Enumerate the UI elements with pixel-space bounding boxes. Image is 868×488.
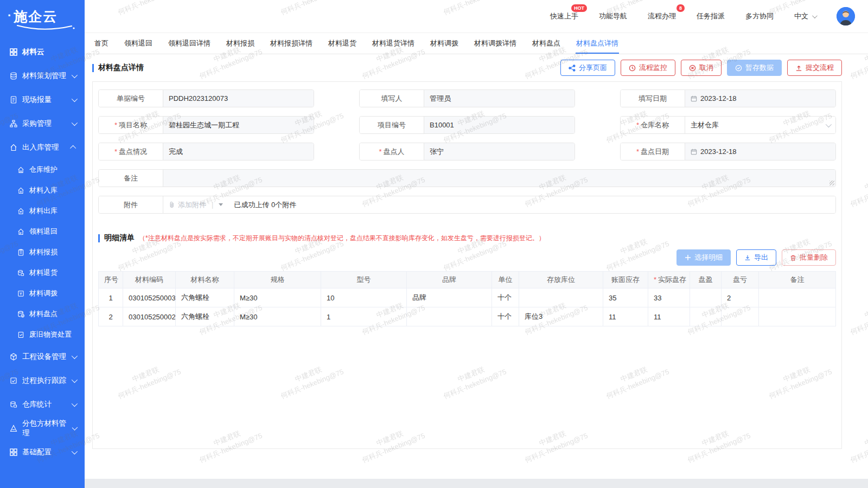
chevron-down-icon bbox=[72, 401, 78, 407]
export-button[interactable]: 导出 bbox=[736, 249, 776, 266]
sidebar-item-inbound-outbound[interactable]: 出入库管理 bbox=[0, 136, 85, 159]
tab-material-return-detail[interactable]: 材料退货详情 bbox=[372, 34, 415, 54]
sidebar-item-process-tracking[interactable]: 过程执行跟踪 bbox=[0, 369, 85, 393]
sidebar-item-site-measurement[interactable]: 现场报量 bbox=[0, 88, 85, 112]
form-row: 备注 bbox=[98, 169, 836, 187]
upload-icon bbox=[795, 65, 802, 72]
tab-picking-return-detail[interactable]: 领料退回详情 bbox=[168, 34, 211, 54]
language-label: 中文 bbox=[794, 11, 808, 21]
sidebar-item-material-stocktake[interactable]: 材料盘点 bbox=[0, 304, 85, 324]
calendar-icon bbox=[691, 149, 697, 155]
cancel-button[interactable]: 取消 bbox=[681, 60, 722, 76]
tab-material-transfer[interactable]: 材料调拨 bbox=[430, 34, 459, 54]
field-filler: 填写人 管理员 bbox=[359, 89, 575, 107]
table-row[interactable]: 1 030105250003 六角螺栓 M≥30 10 品牌 十个 35 33 … bbox=[99, 288, 836, 307]
sidebar-item-material-inbound[interactable]: 材料入库 bbox=[0, 180, 85, 201]
select-detail-button[interactable]: 选择明细 bbox=[676, 249, 731, 266]
tab-material-stocktake[interactable]: 材料盘点 bbox=[532, 34, 561, 54]
col-material-name: 材料名称 bbox=[176, 272, 234, 288]
detail-list-title: 明细清单 bbox=[104, 233, 135, 243]
warehouse-in-icon bbox=[17, 187, 24, 194]
field-label: 仓库名称 bbox=[621, 117, 685, 133]
sidebar-item-label: 分包方材料管理 bbox=[22, 419, 67, 438]
remark-textarea[interactable] bbox=[163, 170, 835, 187]
sidebar-item-basic-config[interactable]: 基础配置 bbox=[0, 440, 85, 464]
project-name-input[interactable]: 碧桂园生态城一期工程 bbox=[163, 117, 314, 133]
sidebar-item-label: 材料云 bbox=[22, 47, 44, 57]
tab-material-stocktake-detail[interactable]: 材料盘点详情 bbox=[576, 34, 619, 54]
form-row: 单据编号 PDDH2023120073 填写人 管理员 填写日期 2023-12… bbox=[98, 89, 836, 107]
sidebar-item-label: 材料报损 bbox=[29, 247, 58, 257]
cell-surplus bbox=[690, 288, 722, 307]
sidebar-item-procurement[interactable]: 采购管理 bbox=[0, 112, 85, 136]
col-shortage: 盘亏 bbox=[722, 272, 759, 288]
button-label: 取消 bbox=[699, 63, 713, 73]
sidebar-item-warehouse-maintenance[interactable]: 仓库维护 bbox=[0, 159, 85, 180]
batch-delete-button[interactable]: 批量删除 bbox=[782, 249, 836, 266]
tab-material-transfer-detail[interactable]: 材料调拨详情 bbox=[474, 34, 517, 54]
share-page-button[interactable]: 分享页面 bbox=[560, 60, 615, 76]
filler-input[interactable]: 管理员 bbox=[424, 90, 575, 107]
tab-material-return[interactable]: 材料退货 bbox=[328, 34, 357, 54]
sidebar-item-label: 现场报量 bbox=[22, 95, 52, 105]
resize-handle[interactable] bbox=[829, 181, 834, 185]
project-code-input[interactable]: B10001 bbox=[424, 117, 575, 133]
tab-home[interactable]: 首页 bbox=[94, 34, 109, 54]
cell-actual-stock: 33 bbox=[648, 288, 690, 307]
title-row: 材料盘点详情 分享页面 流程监控 取消 bbox=[92, 54, 842, 81]
sidebar-menu: 材料云 材料策划管理 现场报量 采购管理 bbox=[0, 40, 85, 488]
main-area: 快速上手 HOT 功能导航 流程办理 8 任务指派 多方协同 中文 bbox=[85, 0, 868, 488]
warehouse-select[interactable]: 主材仓库 bbox=[685, 117, 835, 133]
nav-feature-guide[interactable]: 功能导航 bbox=[599, 11, 627, 21]
sidebar-item-material-outbound[interactable]: 材料出库 bbox=[0, 201, 85, 221]
stocktake-status-input[interactable]: 完成 bbox=[163, 143, 314, 160]
cell-material-name: 六角螺栓 bbox=[176, 288, 234, 307]
sidebar-item-picking-return[interactable]: 领料退回 bbox=[0, 221, 85, 242]
sidebar-item-waste-disposal[interactable]: 废旧物资处置 bbox=[0, 324, 85, 345]
field-value-text: 2023-12-18 bbox=[700, 94, 737, 102]
transfer-doc-icon bbox=[17, 290, 24, 297]
fill-date-input[interactable]: 2023-12-18 bbox=[685, 90, 835, 107]
nav-quick-start[interactable]: 快速上手 HOT bbox=[550, 11, 578, 21]
field-value-text: 2023-12-18 bbox=[700, 147, 737, 156]
warehouse-icon bbox=[17, 166, 24, 174]
language-selector[interactable]: 中文 bbox=[794, 11, 816, 21]
stocktake-date-input[interactable]: 2023-12-18 bbox=[685, 143, 835, 160]
tab-material-damage-detail[interactable]: 材料报损详情 bbox=[270, 34, 313, 54]
sidebar-item-subcontractor-material[interactable]: 分包方材料管理 bbox=[0, 416, 85, 440]
database-icon bbox=[17, 269, 24, 277]
sidebar-item-material-transfer[interactable]: 材料调拨 bbox=[0, 283, 85, 304]
stocktake-person-input[interactable]: 张宁 bbox=[424, 143, 575, 160]
divider: | bbox=[212, 201, 213, 209]
nav-process-handling[interactable]: 流程办理 8 bbox=[648, 11, 676, 21]
order-number-input[interactable]: PDDH2023120073 bbox=[163, 90, 314, 107]
field-order-number: 单据编号 PDDH2023120073 bbox=[98, 89, 314, 107]
nav-label: 功能导航 bbox=[599, 12, 627, 20]
submit-process-button[interactable]: 提交流程 bbox=[787, 60, 842, 76]
sidebar-item-label: 材料调拨 bbox=[29, 288, 58, 298]
tab-picking-return[interactable]: 领料退回 bbox=[124, 34, 153, 54]
logo-text: 施企云 bbox=[14, 9, 58, 24]
cell-unit: 十个 bbox=[492, 307, 519, 326]
table-row[interactable]: 2 030105250002 六角螺栓 M≥30 1 十个 库位3 11 11 bbox=[99, 307, 836, 326]
save-draft-button[interactable]: 暂存数据 bbox=[727, 60, 782, 76]
tab-material-damage[interactable]: 材料报损 bbox=[226, 34, 255, 54]
form-row: 附件 添加附件 | 已成功上传 0个附件 bbox=[98, 196, 836, 214]
process-monitor-button[interactable]: 流程监控 bbox=[621, 60, 675, 76]
caret-down-icon[interactable] bbox=[219, 203, 223, 206]
add-attachment-button[interactable]: 添加附件 bbox=[169, 200, 206, 210]
sidebar-item-material-return-goods[interactable]: 材料退货 bbox=[0, 262, 85, 283]
nav-collaboration[interactable]: 多方协同 bbox=[745, 11, 774, 21]
sidebar-item-label: 领料退回 bbox=[29, 227, 58, 236]
sidebar-item-equipment[interactable]: 工程设备管理 bbox=[0, 345, 85, 369]
nav-task-assign[interactable]: 任务指派 bbox=[697, 11, 725, 21]
field-warehouse-name: 仓库名称 主材仓库 bbox=[620, 116, 836, 134]
sidebar-item-warehouse-stats[interactable]: 仓库统计 bbox=[0, 393, 85, 416]
field-value-text: 管理员 bbox=[430, 94, 451, 104]
user-avatar[interactable] bbox=[837, 7, 855, 25]
plus-icon bbox=[685, 254, 691, 261]
sidebar-item-material-cloud[interactable]: 材料云 bbox=[0, 40, 85, 64]
sidebar-item-material-damage[interactable]: 材料报损 bbox=[0, 242, 85, 262]
field-value-text: B10001 bbox=[430, 121, 454, 129]
sidebar-item-material-planning[interactable]: 材料策划管理 bbox=[0, 64, 85, 88]
